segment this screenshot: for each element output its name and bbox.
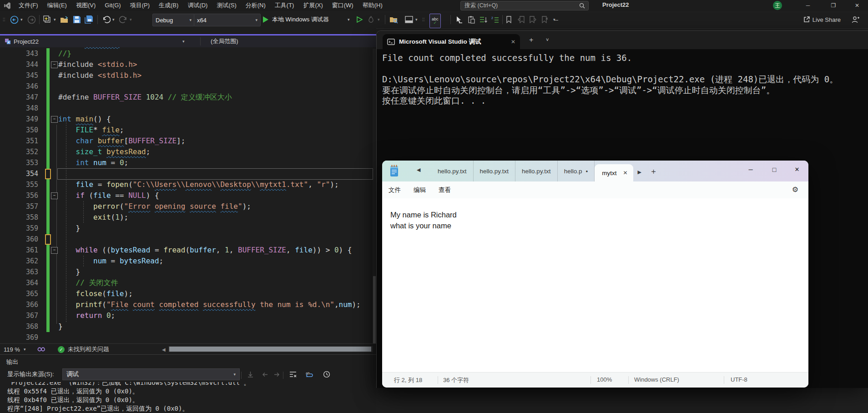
bookmark-clear-icon[interactable] xyxy=(541,14,548,25)
zoom-level-select[interactable]: 119 %▾ xyxy=(4,346,35,353)
notepad-minimize-button[interactable]: ─ xyxy=(740,161,761,179)
vs-menu-item[interactable]: 测试(S) xyxy=(212,0,241,11)
terminal-tab-close-icon[interactable]: ✕ xyxy=(511,39,515,45)
vs-menu-item[interactable]: 扩展(X) xyxy=(298,0,327,11)
project-dropdown[interactable]: Project22 ▾ xyxy=(0,38,200,45)
vs-menu-item[interactable]: 调试(D) xyxy=(183,0,212,11)
vs-maximize-button[interactable]: ❐ xyxy=(823,0,844,11)
zoom-level[interactable]: 100% xyxy=(597,376,612,383)
window-layout-icon[interactable] xyxy=(405,14,413,25)
vs-menu-item[interactable]: 窗口(W) xyxy=(328,0,358,11)
notepad-tab[interactable]: hello.p● xyxy=(558,161,595,181)
notepad-menu-item[interactable]: 编辑 xyxy=(407,186,432,194)
hot-reload-dropdown[interactable]: ▾ xyxy=(378,14,380,25)
start-debug-button[interactable]: 本地 Windows 调试器 xyxy=(272,14,329,25)
redo-button[interactable] xyxy=(119,14,128,25)
navigate-forward-button[interactable] xyxy=(27,14,36,25)
start-without-debug-icon[interactable] xyxy=(356,14,363,25)
paste-icon[interactable] xyxy=(468,14,475,25)
spell-checker-toggle[interactable]: abc✓ xyxy=(429,14,441,28)
editor-hscroll-thumb[interactable] xyxy=(169,347,371,352)
fold-toggle-icon[interactable]: − xyxy=(51,61,58,68)
notepad-tab[interactable]: hello.py.txt xyxy=(515,161,558,181)
code-line[interactable]: 348 xyxy=(0,103,376,114)
select-cursor-icon[interactable] xyxy=(455,14,463,25)
vs-close-button[interactable]: ✕ xyxy=(847,0,868,11)
vs-minimize-button[interactable]: ─ xyxy=(797,0,818,11)
code-line[interactable]: 345#include <stdlib.h> xyxy=(0,70,376,81)
code-line[interactable]: 346 xyxy=(0,81,376,92)
new-project-dropdown[interactable]: ▾ xyxy=(54,14,56,25)
timestamp-icon[interactable] xyxy=(321,369,332,379)
navigate-back-dropdown[interactable]: ▾ xyxy=(20,14,23,25)
scope-dropdown[interactable]: (全局范围) xyxy=(201,37,238,45)
settings-gear-icon[interactable]: ⚙ xyxy=(792,185,798,194)
notepad-maximize-button[interactable]: □ xyxy=(764,161,785,179)
account-avatar[interactable]: 王 xyxy=(773,1,782,10)
editor-vscroll-thumb[interactable] xyxy=(373,276,376,344)
fold-toggle-icon[interactable]: − xyxy=(51,192,58,199)
code-health-indicator[interactable]: ✓ 未找到相关问题 xyxy=(58,345,109,353)
notepad-text-area[interactable]: My name is Richardwhat is your name xyxy=(382,198,808,372)
save-all-button[interactable] xyxy=(85,14,94,25)
vs-menu-item[interactable]: 编辑(E) xyxy=(43,0,71,11)
terminal-tab[interactable]: Microsoft Visual Studio 调试 ✕ xyxy=(383,34,520,49)
notepad-menu-item[interactable]: 文件 xyxy=(382,186,407,194)
toolbar-drag-handle[interactable]: ⁞⁞ xyxy=(3,14,5,25)
navigate-back-button[interactable] xyxy=(10,14,19,25)
bookmark-toggle-icon[interactable] xyxy=(506,14,512,25)
code-line[interactable]: 343//} xyxy=(0,48,376,59)
undo-button[interactable] xyxy=(102,14,111,25)
vs-menu-item[interactable]: 视图(V) xyxy=(71,0,100,11)
notepad-tab-active[interactable]: mytxt✕ xyxy=(595,164,633,181)
tab-close-icon[interactable]: ✕ xyxy=(623,170,628,176)
notepad-new-tab-button[interactable]: ＋ xyxy=(650,166,657,176)
new-project-button[interactable] xyxy=(43,14,52,25)
terminal-tab-dropdown[interactable]: ˅ xyxy=(546,37,549,42)
notepad-tab[interactable]: hello.py.txt xyxy=(474,161,516,181)
window-layout-dropdown[interactable]: ▾ xyxy=(415,14,418,25)
editor-vertical-scrollbar[interactable] xyxy=(373,49,376,354)
editor-horizontal-scrollbar[interactable] xyxy=(168,346,373,352)
save-button[interactable] xyxy=(73,14,81,25)
bookmark-next-icon[interactable] xyxy=(530,14,536,25)
vs-menu-item[interactable]: 项目(P) xyxy=(126,0,154,11)
notepad-tab-scroll-left-icon[interactable]: ◀ xyxy=(417,167,420,173)
code-editor[interactable]: 342 343//}344#include <stdio.h>−345#incl… xyxy=(0,28,376,354)
line-numbers-icon[interactable]: 2 xyxy=(491,14,499,25)
start-debug-dropdown[interactable]: ▾ xyxy=(348,14,350,25)
fold-toggle-icon[interactable]: − xyxy=(51,116,58,123)
notepad-window[interactable]: ◀ hello.py.txthello.py.txthello.py.txthe… xyxy=(382,161,808,388)
next-message-icon[interactable] xyxy=(271,369,282,379)
solution-config-select[interactable]: Debug▾ xyxy=(152,14,195,26)
bookmark-prev-icon[interactable] xyxy=(518,14,525,25)
redo-dropdown[interactable]: ▾ xyxy=(130,14,132,25)
toolbar-overflow-button[interactable]: ▾ xyxy=(553,14,555,25)
undo-dropdown[interactable]: ▾ xyxy=(112,14,115,25)
vs-menu-item[interactable]: 文件(F) xyxy=(14,0,43,11)
vs-menu-item[interactable]: 分析(N) xyxy=(241,0,270,11)
fold-toggle-icon[interactable]: − xyxy=(51,247,58,254)
clear-all-icon[interactable] xyxy=(288,369,298,379)
code-line[interactable]: 347#define BUFFER_SIZE 1024 // 定义缓冲区大小 xyxy=(0,92,376,103)
word-wrap-icon[interactable]: ab xyxy=(304,369,315,379)
search-input[interactable]: 搜索 (Ctrl+Q) xyxy=(460,1,589,10)
notepad-close-button[interactable]: ✕ xyxy=(787,161,807,179)
notepad-tab-scroll-right-icon[interactable]: ▶ xyxy=(638,169,641,175)
notepad-tab[interactable]: hello.py.txt xyxy=(431,161,474,181)
notepad-menu-item[interactable]: 查看 xyxy=(432,186,457,194)
vs-menu-item[interactable]: Git(G) xyxy=(100,0,125,11)
code-line[interactable]: 369 xyxy=(0,332,376,343)
live-share-button[interactable]: Live Share xyxy=(803,14,841,25)
output-source-select[interactable]: 调试▾ xyxy=(62,368,240,380)
goto-message-icon[interactable] xyxy=(245,369,256,379)
hscroll-left-arrow[interactable]: ◀ xyxy=(162,347,166,352)
toolbar-drag-handle-2[interactable]: ⁞⁞ xyxy=(422,14,425,25)
open-folder-icon[interactable] xyxy=(60,14,69,25)
hot-reload-icon[interactable] xyxy=(368,14,374,25)
prev-message-icon[interactable] xyxy=(259,369,270,379)
line-spacing-icon[interactable] xyxy=(479,14,487,25)
find-in-files-icon[interactable] xyxy=(389,14,399,25)
vs-menu-item[interactable]: 工具(T) xyxy=(270,0,299,11)
vs-menu-item[interactable]: 生成(B) xyxy=(154,0,183,11)
